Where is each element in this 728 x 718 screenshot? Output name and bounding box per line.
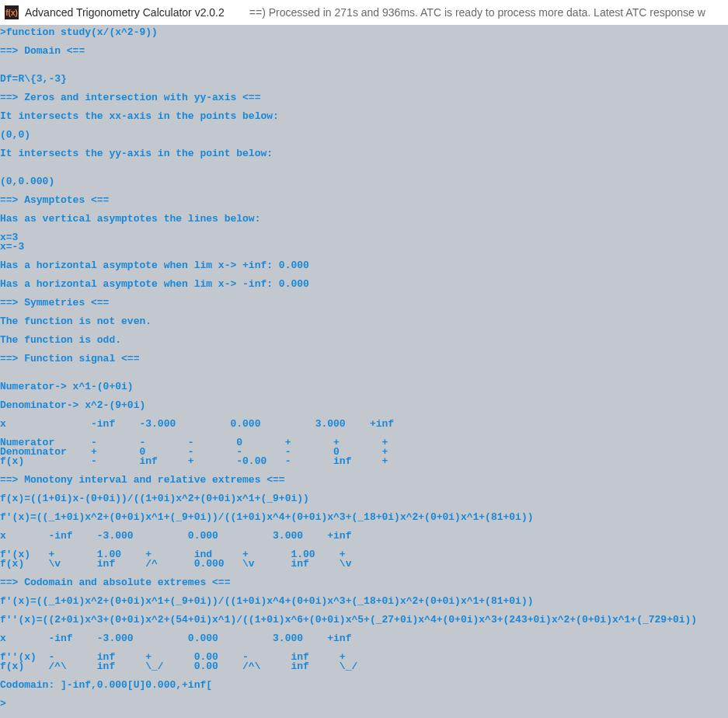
terminal-line: [0, 289, 728, 298]
terminal-line: Numerator-> x^1-(0+0i): [0, 382, 728, 392]
terminal-line: [0, 168, 728, 177]
terminal-line: f(x)=((1+0i)x-(0+0i))/((1+0i)x^2+(0+0i)x…: [0, 494, 728, 504]
window-title: Advanced Trigonometry Calculator v2.0.2: [25, 6, 225, 19]
terminal-line: ==> Function signal <==: [0, 354, 728, 364]
terminal-line: f''(x)=((2+0i)x^3+(0+0i)x^2+(54+0i)x^1)/…: [0, 615, 728, 625]
app-icon: f(x): [5, 5, 19, 19]
terminal-line: x=-3: [0, 242, 728, 252]
terminal-line: Df=R\{3,-3}: [0, 75, 728, 84]
terminal-line: >function study(x/(x^2-9)): [0, 28, 728, 37]
terminal-line: x -inf -3.000 0.000 3.000 +inf: [0, 420, 728, 429]
terminal-line: ==> Zeros and intersection with yy-axis …: [0, 93, 728, 103]
terminal-line: (0,0): [0, 131, 728, 140]
terminal-line: x=3: [0, 233, 728, 242]
terminal-line: ==> Monotony interval and relative extre…: [0, 476, 728, 485]
terminal-line: [0, 65, 728, 75]
terminal-line: >: [0, 699, 728, 709]
terminal-line: The function is odd.: [0, 336, 728, 345]
window-status: ==) Processed in 271s and 936ms. ATC is …: [249, 6, 705, 19]
terminal-line: [0, 159, 728, 168]
terminal-line: x -inf -3.000 0.000 3.000 +inf: [0, 634, 728, 643]
terminal-line: ==> Symmetries <==: [0, 298, 728, 308]
terminal-line: [0, 690, 728, 699]
terminal-line: [0, 364, 728, 373]
terminal-line: [0, 56, 728, 65]
terminal-line: ==> Asymptotes <==: [0, 196, 728, 205]
terminal-line: [0, 37, 728, 47]
terminal-output[interactable]: >function study(x/(x^2-9))==> Domain <==…: [0, 25, 728, 718]
terminal-line: x -inf -3.000 0.000 3.000 +inf: [0, 532, 728, 541]
terminal-line: f(x) - inf + -0.00 - inf +: [0, 457, 728, 466]
terminal-line: Codomain: ]-inf,0.000[U]0.000,+inf[: [0, 681, 728, 690]
terminal-line: Has as vertical asymptotes the lines bel…: [0, 214, 728, 224]
terminal-line: f(x) \v inf /^ 0.000 \v inf \v: [0, 559, 728, 569]
terminal-line: It intersects the xx-axis in the points …: [0, 112, 728, 121]
terminal-line: (0,0.000): [0, 177, 728, 186]
terminal-line: The function is not even.: [0, 317, 728, 326]
terminal-line: [0, 224, 728, 233]
terminal-line: f(x) /^\ inf \_/ 0.00 /^\ inf \_/: [0, 662, 728, 671]
terminal-line: ==> Codomain and absolute extremes <==: [0, 578, 728, 587]
window-titlebar[interactable]: f(x) Advanced Trigonometry Calculator v2…: [0, 0, 728, 25]
terminal-line: Denominator-> x^2-(9+0i): [0, 401, 728, 410]
terminal-line: f'(x)=((_1+0i)x^2+(0+0i)x^1+(_9+0i))/((1…: [0, 597, 728, 606]
terminal-line: It intersects the yy-axis in the point b…: [0, 149, 728, 159]
terminal-line: Has a horizontal asymptote when lim x-> …: [0, 261, 728, 270]
terminal-line: Has a horizontal asymptote when lim x-> …: [0, 280, 728, 289]
terminal-line: [0, 186, 728, 196]
terminal-line: [0, 121, 728, 131]
terminal-line: ==> Domain <==: [0, 47, 728, 56]
terminal-line: f'(x)=((_1+0i)x^2+(0+0i)x^1+(_9+0i))/((1…: [0, 513, 728, 522]
